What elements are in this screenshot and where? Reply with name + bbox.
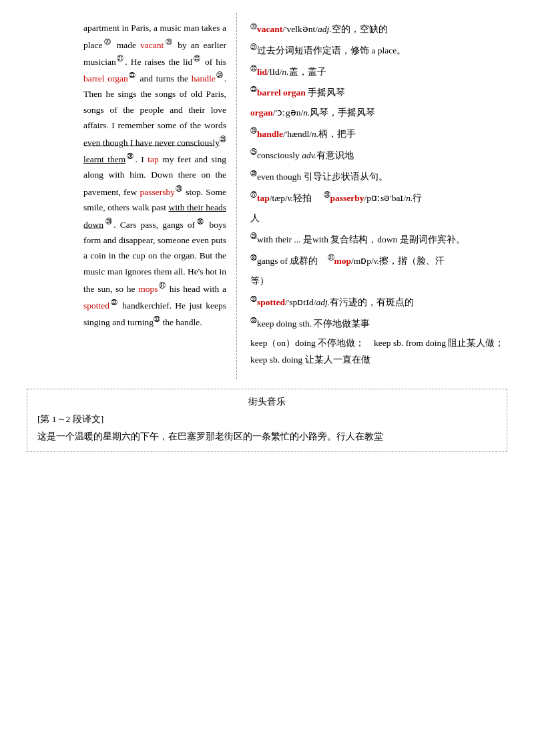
left-column: apartment in Paris, a music man takes a … bbox=[0, 13, 237, 379]
entry-26-note: even though 引导让步状语从句。 bbox=[257, 172, 388, 182]
entry-27-word: tap bbox=[257, 192, 270, 202]
bottom-label: [第 1～2 段译文] bbox=[37, 413, 497, 425]
entry-22: ㉒lid/lId/n.盖，盖子 bbox=[250, 63, 524, 80]
entry-33-note: keep doing sth. 不停地做某事 bbox=[257, 318, 370, 328]
entry-31-phonetic: /mɒp/ bbox=[351, 255, 374, 265]
vacant-word: vacant bbox=[140, 39, 164, 49]
learnt-them-phrase: learnt them bbox=[83, 154, 125, 164]
entry-21-note: 过去分词短语作定语，修饰 a place。 bbox=[257, 45, 406, 55]
entry-25: ㉕consciously adv.有意识地 bbox=[250, 146, 524, 164]
sup-25: ㉕ bbox=[220, 136, 226, 143]
entry-28-meaning: 行 bbox=[413, 192, 422, 202]
spotted-word: spotted bbox=[83, 300, 109, 310]
sup-28: ㉘ bbox=[175, 185, 183, 192]
sup-31: ㉛ bbox=[158, 282, 166, 289]
entry-23-num: ㉓ bbox=[250, 85, 257, 93]
entry-organ: organ/'ɔːgən/n.风琴，手摇风琴 bbox=[250, 105, 524, 121]
sup-32: ㉝ bbox=[109, 299, 119, 306]
entry-organ-meaning: 风琴，手摇风琴 bbox=[310, 108, 375, 118]
sup-22: ㉒ bbox=[192, 55, 201, 62]
entry-29-note: with their ... 是with 复合结构，down 是副词作宾补。 bbox=[257, 234, 465, 244]
sup-33: ㉝ bbox=[154, 315, 160, 323]
entry-organ-word: organ bbox=[250, 108, 273, 118]
keep-notes: keep（on）doing 不停地做； keep sb. from doing … bbox=[250, 335, 524, 368]
passersby-word: passersby bbox=[140, 186, 176, 196]
entry-24-pos: n. bbox=[312, 129, 318, 139]
entry-25-word: consciously bbox=[257, 150, 302, 160]
sup-29: ㉙ bbox=[103, 218, 113, 225]
sup-20: ⑳ bbox=[102, 38, 112, 45]
entry-30-note1: gangs of 成群的 bbox=[257, 255, 328, 265]
sup-21: ㉑ bbox=[116, 55, 125, 62]
entry-20-phonetic: /'velkənt/ bbox=[282, 24, 318, 34]
entry-24: ㉔handle/'hændl/n.柄，把手 bbox=[250, 125, 524, 142]
entry-31-word: mop bbox=[334, 255, 352, 265]
entry-28-word: passerby bbox=[330, 192, 364, 202]
entry-26: ㉖even though 引导让步状语从句。 bbox=[250, 168, 524, 185]
entry-20-num: ⑳vacant bbox=[250, 24, 282, 34]
entry-22-meaning: 盖，盖子 bbox=[289, 66, 326, 76]
even-though-phrase: even though I have never consciously bbox=[83, 137, 220, 147]
tap-word: tap bbox=[148, 154, 159, 164]
bottom-section: 街头音乐 [第 1～2 段译文] 这是一个温暖的星期六的下午，在巴塞罗那老街区的… bbox=[27, 389, 507, 452]
barrel-organ-word: barrel organ bbox=[83, 73, 128, 83]
entry-22-phonetic: /lId/ bbox=[267, 66, 282, 76]
entry-24-meaning: 柄，把手 bbox=[318, 129, 356, 139]
entry-32-num: ㉝ bbox=[250, 295, 257, 303]
sup-26: ㉖ bbox=[125, 152, 135, 160]
entry-20-word: vacant bbox=[257, 24, 282, 34]
entry-31-meaning: 擦，揩（脸、汗 bbox=[379, 255, 445, 265]
entry-27-pos: v. bbox=[288, 192, 293, 202]
entry-27-phonetic: /tæp/ bbox=[270, 192, 288, 202]
entry-21: ㉑过去分词短语作定语，修饰 a place。 bbox=[250, 41, 524, 59]
bottom-title: 街头音乐 bbox=[37, 396, 497, 408]
entry-20-meaning: 空的，空缺的 bbox=[332, 24, 388, 34]
sup-20b: ⑳ bbox=[164, 38, 174, 45]
content-area: apartment in Paris, a music man takes a … bbox=[0, 13, 534, 379]
entry-23-meaning: 手摇风琴 bbox=[306, 87, 345, 98]
entry-28-phonetic: /pɑːsə'baɪ/ bbox=[364, 192, 407, 202]
entry-30-meaning-cont: 等） bbox=[250, 276, 269, 286]
entry-33: ㉝keep doing sth. 不停地做某事 bbox=[250, 315, 524, 332]
entry-24-word: handle bbox=[257, 129, 283, 139]
right-column: ⑳vacant/'velkənt/adj.空的，空缺的 ㉑过去分词短语作定语，修… bbox=[237, 13, 534, 379]
entry-30: ㉚gangs of 成群的 ㉛mop/mɒp/v.擦，揩（脸、汗 bbox=[250, 252, 524, 269]
entry-26-num: ㉖ bbox=[250, 170, 257, 177]
entry-27-meaning: 轻拍 bbox=[293, 192, 321, 202]
entry-22-word: lid bbox=[257, 66, 267, 76]
entry-32-meaning: 有污迹的，有斑点的 bbox=[330, 297, 414, 307]
bottom-text: 这是一个温暖的星期六的下午，在巴塞罗那老街区的一条繁忙的小路旁。行人在教堂 bbox=[37, 429, 497, 445]
keep-note-text: keep（on）doing 不停地做； keep sb. from doing … bbox=[250, 338, 513, 364]
handle-word: handle bbox=[192, 73, 216, 83]
page: apartment in Paris, a music man takes a … bbox=[0, 0, 534, 756]
entry-30-num: ㉚ bbox=[250, 254, 257, 261]
entry-organ-phonetic: /'ɔːgən/ bbox=[273, 108, 303, 118]
sup-24: ㉔ bbox=[216, 71, 224, 79]
entry-32-word: spotted bbox=[257, 297, 285, 307]
entry-32-phonetic: /'spɒtɪd/ bbox=[285, 297, 316, 307]
entry-24-num: ㉔ bbox=[250, 127, 257, 134]
entry-24-phonetic: /'hændl/ bbox=[283, 129, 312, 139]
entry-20-pos: adj. bbox=[318, 24, 332, 34]
entry-25-pos: adv. bbox=[302, 150, 316, 160]
entry-27-num: ㉗ bbox=[250, 191, 257, 198]
entry-31-num: ㉛ bbox=[328, 254, 334, 261]
entry-28-num: ㉘ bbox=[324, 191, 330, 198]
entry-29: ㉙with their ... 是with 复合结构，down 是副词作宾补。 bbox=[250, 230, 524, 248]
sup-23: ㉓ bbox=[128, 71, 137, 79]
entry-23: ㉓barrel organ 手摇风琴 bbox=[250, 83, 524, 101]
entry-31-pos: v. bbox=[374, 255, 379, 265]
entry-21-num: ㉑ bbox=[250, 43, 257, 51]
left-text: apartment in Paris, a music man takes a … bbox=[83, 20, 226, 330]
entry-32: ㉝spotted/'spɒtɪd/adj.有污迹的，有斑点的 bbox=[250, 293, 524, 311]
mops-word: mops bbox=[138, 283, 158, 293]
entry-27-28: ㉗tap/tæp/v.轻拍 ㉘passerby/pɑːsə'baɪ/n.行 bbox=[250, 189, 524, 206]
entry-28-continued: 人 bbox=[250, 210, 524, 226]
sup-30: ㉚ bbox=[195, 218, 205, 225]
entry-29-num: ㉙ bbox=[250, 232, 257, 240]
entry-25-num: ㉕ bbox=[250, 148, 257, 156]
entry-25-meaning: 有意识地 bbox=[316, 150, 354, 160]
entry-22-pos: n. bbox=[282, 66, 289, 76]
entry-32-pos: adj. bbox=[316, 297, 330, 307]
entry-22-num: ㉒ bbox=[250, 65, 257, 72]
